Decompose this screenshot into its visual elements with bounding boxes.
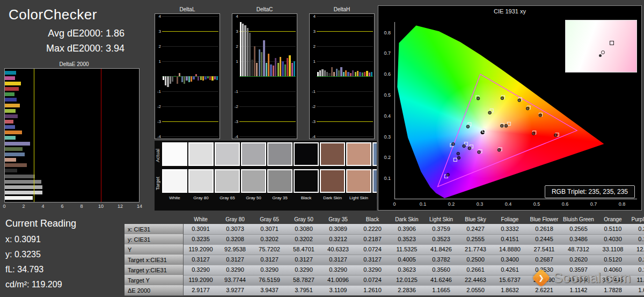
table-col-header: Foliage [493, 216, 527, 222]
deltaH-y-axis: -4-3-2-11234 [310, 16, 317, 136]
deltae-bar-row [5, 114, 139, 118]
table-col-header: Gray 80 [218, 216, 252, 222]
table-cell: 27.5411 [527, 244, 561, 255]
deltae-bar-row [5, 125, 139, 129]
delta-bar-black [251, 60, 253, 76]
deltaH-bars [317, 16, 373, 136]
measured-marker-cyan [452, 143, 455, 146]
y-tick-label: -2 [157, 104, 161, 109]
table-cell: 48.7312 [561, 244, 596, 255]
page-title: ColorChecker [9, 6, 97, 23]
x-tick-label: 10 [98, 204, 104, 209]
deltaH-chart-title: DeltaH [309, 6, 375, 13]
deltae-bar-orange [5, 131, 22, 134]
deltae-bar-row [5, 103, 139, 107]
y-tick-label: -2 [312, 104, 316, 109]
whitepoint-zoom-inset [565, 20, 637, 73]
deltae-bar-light-skin [5, 158, 16, 162]
x-tick-label: 0.6 [562, 201, 569, 207]
y-tick-label: -1 [312, 89, 316, 94]
x-tick-label: 0.3 [477, 201, 484, 207]
deltae-bar-green [5, 92, 14, 96]
table-cell: 0.3523 [424, 234, 458, 245]
swatch-label: White [162, 193, 187, 201]
table-row-label: Y [125, 244, 184, 255]
soomal-logo-chevron-icon: ❯ [538, 274, 544, 282]
table-col-header: Bluish Green [561, 216, 596, 222]
delta-bar-light-skin [179, 73, 180, 76]
x-tick-label: 0 [3, 204, 5, 209]
delta-bar-gray-80 [165, 76, 166, 85]
table-cell: 0.3290 [252, 265, 287, 276]
deltaH-plot-area [317, 16, 373, 136]
deltae-bar-blue [5, 98, 17, 102]
delta-bar-yellow-green [355, 72, 356, 76]
table-cell: 1.1665 [424, 285, 458, 296]
table-cell: 0.3212 [321, 234, 355, 245]
table-cell: 1.1142 [561, 285, 596, 296]
y-tick-label: 0.1 [384, 176, 391, 181]
swatch-target-gray-65 [215, 169, 240, 193]
y-tick-label: 1 [313, 59, 316, 64]
x-tick-label: 0.4 [505, 201, 512, 207]
table-cell: 1.2610 [355, 285, 390, 296]
swatch-column-dark-skin: Dark Skin [320, 142, 345, 211]
swatch-actual-dark-skin [320, 142, 345, 166]
swatch-grid: WhiteGray 80Gray 65Gray 50Gray 35BlackDa… [162, 141, 377, 211]
deltae-bar-row [5, 141, 139, 146]
reading-cdm2: cd/m²: 119.209 [5, 280, 76, 289]
deltae-bar-magenta [5, 76, 15, 80]
y-tick-label: -1 [235, 89, 238, 94]
swatch-label: Gray 65 [215, 193, 240, 201]
deltae-bar-row [5, 179, 139, 184]
table-cell: 0.3202 [252, 234, 287, 245]
deltae-bar-row [5, 147, 139, 151]
table-cell: 2.2836 [390, 285, 424, 296]
inset-measured-dot [599, 54, 602, 57]
delta-bar-foliage [261, 52, 262, 76]
deltaL-y-axis: -4-3-2-11234 [155, 16, 162, 136]
y-tick-label: 0.8 [384, 30, 391, 35]
swatch-column-blue-sky: Blue Sky [372, 142, 377, 211]
table-cell: 22.4463 [458, 275, 493, 286]
table-cell: 0.3623 [390, 265, 424, 276]
table-cell: 0.3332 [493, 224, 527, 235]
delta-bar-purple [275, 58, 276, 76]
swatch-column-black: Black [294, 142, 319, 211]
table-col-header: Orange [596, 216, 630, 222]
delta-bar-gray-35 [172, 76, 173, 82]
deltae-bar-gray-50 [5, 180, 41, 184]
measured-marker-foliage [488, 111, 492, 114]
table-cell: 0.2661 [458, 265, 493, 276]
delta-bar-white [240, 22, 241, 76]
table-cell: 0.2244 [630, 224, 644, 235]
measured-marker-black [457, 152, 460, 155]
table-cell: 0.2618 [527, 224, 561, 235]
y-tick-label: 2 [313, 44, 316, 49]
y-tick-label: 3 [313, 29, 316, 34]
delta-bar-moderate-red [350, 73, 352, 76]
table-cell: 0.0724 [355, 244, 390, 255]
reading-y: y: 0.3235 [5, 250, 76, 259]
delta-bar-blue [359, 72, 361, 76]
table-cell: 0.1987 [630, 234, 644, 245]
table-cell: 0.3560 [424, 265, 458, 276]
table-cell: 93.7744 [218, 275, 252, 286]
deltae-bar-row [5, 185, 139, 189]
swatch-actual-gray-50 [241, 142, 266, 166]
swatch-column-white: White [162, 142, 187, 211]
swatch-actual-black [294, 142, 319, 166]
delta-bar-gray-50 [324, 70, 326, 76]
table-cell: 0.4151 [493, 234, 527, 245]
table-cell: 75.7202 [252, 244, 287, 255]
watermark: ❯ Soomal.com [535, 270, 631, 286]
measured-marker-green [477, 97, 480, 100]
swatch-target-light-skin [346, 169, 371, 193]
avg-de2000-readout: Avg dE2000: 1.86 [0, 28, 125, 39]
gamut-triangle [438, 74, 577, 187]
delta-bar-green [284, 64, 286, 76]
table-cell: 0.3127 [287, 255, 321, 265]
deltae-bar-blue-flower [5, 142, 30, 146]
delta-bar-purplish-blue [193, 76, 194, 79]
y-tick-label: 3 [159, 29, 161, 34]
